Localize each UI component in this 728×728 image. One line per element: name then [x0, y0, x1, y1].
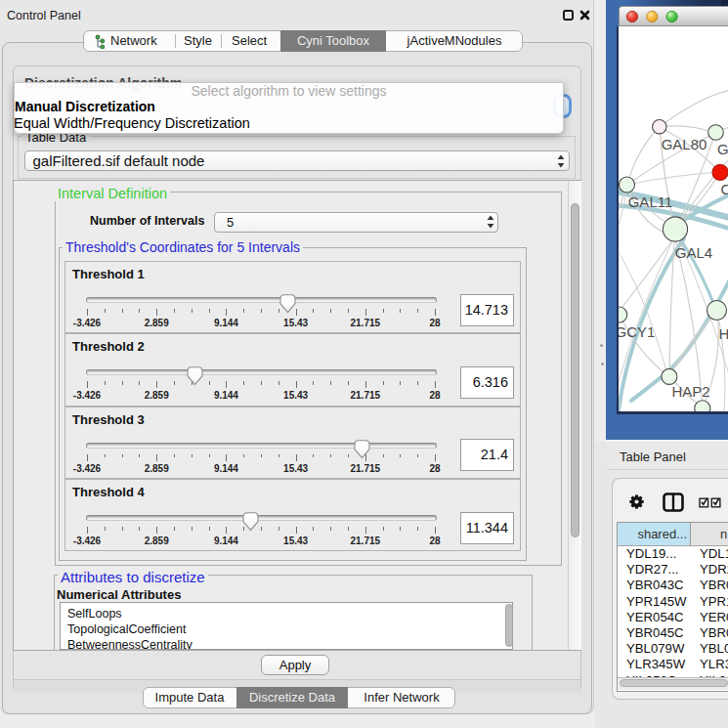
svg-text:GAL11: GAL11: [628, 193, 673, 210]
svg-text:HIS4: HIS4: [719, 325, 728, 342]
svg-text:HAP2: HAP2: [671, 383, 709, 400]
svg-text:GAL4: GAL4: [675, 244, 712, 261]
svg-text:CDC: CDC: [721, 181, 728, 197]
svg-text:GAL7: GAL7: [717, 141, 728, 157]
svg-text:GAL80: GAL80: [662, 136, 707, 152]
svg-text:GCY1: GCY1: [619, 323, 655, 340]
